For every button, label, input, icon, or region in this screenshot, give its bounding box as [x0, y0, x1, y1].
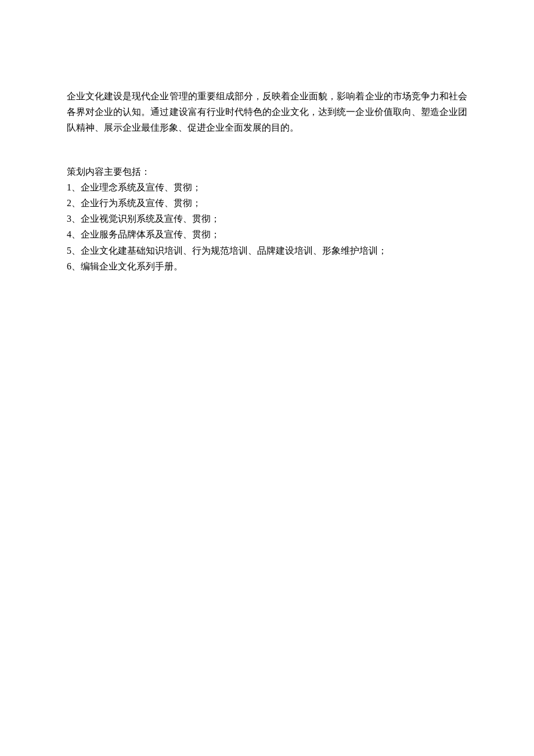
intro-paragraph: 企业文化建设是现代企业管理的重要组成部分，反映着企业面貌，影响着企业的市场竞争力…: [67, 88, 467, 136]
list-item: 4、企业服务品牌体系及宣传、贯彻；: [67, 226, 467, 242]
list-item: 2、企业行为系统及宣传、贯彻；: [67, 195, 467, 211]
list-item: 1、企业理念系统及宣传、贯彻；: [67, 179, 467, 195]
list-heading: 策划内容主要包括：: [67, 164, 467, 179]
list-item: 3、企业视觉识别系统及宣传、贯彻；: [67, 211, 467, 226]
list-item: 6、编辑企业文化系列手册。: [67, 258, 467, 274]
list-item: 5、企业文化建基础知识培训、行为规范培训、品牌建设培训、形象维护培训；: [67, 243, 467, 258]
